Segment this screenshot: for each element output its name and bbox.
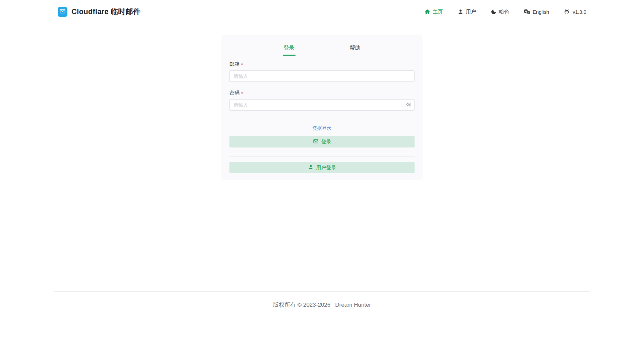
password-form-item: 密码 * (229, 90, 415, 111)
mail-icon (313, 138, 319, 145)
credential-login-row: 凭据登录 (229, 125, 415, 131)
page-title: Cloudflare 临时邮件 (71, 7, 141, 17)
required-mark: * (241, 62, 243, 67)
divider (229, 156, 415, 157)
credential-login-link[interactable]: 凭据登录 (313, 125, 331, 131)
footer: 版权所有 © 2023-2026Dream Hunter (0, 301, 644, 309)
tab-help[interactable]: 帮助 (348, 43, 361, 56)
svg-text:文: 文 (527, 11, 529, 14)
password-label: 密码 * (229, 90, 415, 96)
copyright-text: 版权所有 © 2023-2026 (273, 302, 330, 308)
user-icon (308, 164, 314, 171)
nav-item-label: English (533, 9, 549, 15)
nav-item-user[interactable]: 用户 (458, 9, 476, 15)
required-mark: * (241, 91, 243, 96)
moon-icon (491, 9, 497, 15)
email-label: 邮箱 * (229, 61, 415, 67)
mail-icon (59, 8, 66, 16)
eye-off-icon (406, 102, 412, 108)
nav-item-label: 用户 (466, 9, 476, 15)
email-field[interactable] (229, 70, 415, 82)
header: Cloudflare 临时邮件 主页 用户 (0, 0, 644, 23)
login-card: 登录 帮助 邮箱 * 密码 * (221, 35, 423, 180)
nav-item-label: 主页 (433, 9, 443, 15)
nav-item-dark-mode[interactable]: 暗色 (491, 9, 509, 15)
top-nav: 主页 用户 暗色 (424, 9, 586, 15)
login-form: 邮箱 * 密码 * (229, 61, 415, 173)
author-link[interactable]: Dream Hunter (335, 302, 371, 308)
home-icon (424, 9, 430, 15)
nav-item-language[interactable]: A 文 English (524, 9, 549, 15)
login-tabs: 登录 帮助 (229, 43, 415, 56)
nav-item-label: 暗色 (499, 9, 509, 15)
password-field[interactable] (229, 99, 415, 111)
login-button[interactable]: 登录 (229, 136, 415, 147)
app-logo (58, 7, 67, 17)
email-form-item: 邮箱 * (229, 61, 415, 82)
github-icon (564, 9, 570, 15)
user-login-button[interactable]: 用户登录 (229, 162, 415, 173)
tab-login[interactable]: 登录 (283, 43, 296, 56)
footer-divider (54, 291, 590, 292)
translate-icon: A 文 (524, 9, 530, 15)
nav-item-version[interactable]: v1.3.0 (564, 9, 586, 15)
nav-item-home[interactable]: 主页 (424, 9, 443, 15)
user-icon (458, 9, 464, 15)
password-visibility-toggle[interactable] (406, 102, 412, 108)
brand: Cloudflare 临时邮件 (58, 7, 141, 17)
nav-item-label: v1.3.0 (573, 9, 586, 15)
